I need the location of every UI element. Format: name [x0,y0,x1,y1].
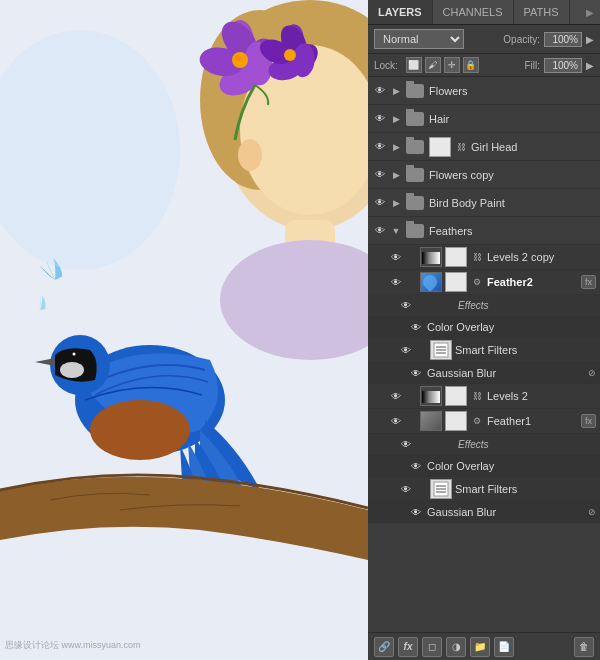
link-levels2-copy: ⛓ [470,250,484,264]
blend-mode-select[interactable]: Normal Multiply Screen Overlay [374,29,464,49]
layer-bird-body-paint[interactable]: 👁 ▶ Bird Body Paint [368,189,600,217]
lock-label: Lock: [374,60,398,71]
visibility-levels2-copy[interactable]: 👁 [388,249,404,265]
arrow-girl-head[interactable]: ▶ [391,142,401,152]
visibility-flowers[interactable]: 👁 [372,83,388,99]
artwork-svg [0,0,368,660]
opacity-input[interactable] [544,32,582,47]
visibility-smart-filters[interactable]: 👁 [398,342,414,358]
tab-paths[interactable]: PATHS [514,0,570,24]
layer-girl-head[interactable]: 👁 ▶ ⛓ Girl Head [368,133,600,161]
layer-feathers[interactable]: 👁 ▼ Feathers [368,217,600,245]
lock-all-icon[interactable]: 🔒 [463,57,479,73]
new-group-button[interactable]: 📁 [470,637,490,657]
image-area: 思缘设计论坛 www.missyuan.com [0,0,368,660]
tab-channels[interactable]: CHANNELS [433,0,514,24]
layer-effects-feather2[interactable]: 👁 Effects [368,295,600,317]
thumb-feather2-mask [445,272,467,292]
new-layer-button[interactable]: 📄 [494,637,514,657]
thumb-girl-head-folder [404,137,426,157]
layer-color-overlay2[interactable]: 👁 Color Overlay [368,456,600,477]
link-feather1: ⚙ [470,414,484,428]
blend-mode-row: Normal Multiply Screen Overlay Opacity: … [368,25,600,54]
lock-position-icon[interactable]: ✛ [444,57,460,73]
visibility-color-overlay[interactable]: 👁 [408,319,424,335]
name-flowers: Flowers [429,85,596,97]
lock-image-icon[interactable]: 🖌 [425,57,441,73]
layer-effects-feather1[interactable]: 👁 Effects [368,434,600,456]
link-girl-head: ⛓ [454,140,468,154]
arrow-flowers[interactable]: ▶ [391,86,401,96]
thumb-levels2 [420,386,442,406]
add-style-button[interactable]: fx [398,637,418,657]
new-adjustment-button[interactable]: ◑ [446,637,466,657]
opacity-label: Opacity: [503,34,540,45]
visibility-gaussian-blur2[interactable]: 👁 [408,504,424,520]
layer-flowers-copy[interactable]: 👁 ▶ Flowers copy [368,161,600,189]
visibility-bird-body-paint[interactable]: 👁 [372,195,388,211]
visibility-feather2[interactable]: 👁 [388,274,404,290]
visibility-flowers-copy[interactable]: 👁 [372,167,388,183]
panel-menu-arrow[interactable]: ▶ [580,3,600,22]
layer-color-overlay[interactable]: 👁 Color Overlay [368,317,600,338]
visibility-feathers[interactable]: 👁 [372,223,388,239]
link-layers-button[interactable]: 🔗 [374,637,394,657]
thumb-smart-filters [430,340,452,360]
visibility-effects-feather1[interactable]: 👁 [398,437,414,453]
visibility-feather1[interactable]: 👁 [388,413,404,429]
name-feather1: Feather1 [487,415,578,427]
fx-badge-feather1: fx [581,414,596,428]
layer-smart-filters2[interactable]: 👁 Smart Filters [368,477,600,502]
thumb-smart-filters2 [430,479,452,499]
lock-row: Lock: ⬜ 🖌 ✛ 🔒 Fill: ▶ [368,54,600,77]
watermark: 思缘设计论坛 www.missyuan.com [5,639,141,652]
visibility-levels2[interactable]: 👁 [388,388,404,404]
layer-hair[interactable]: 👁 ▶ Hair [368,105,600,133]
bottom-toolbar: 🔗 fx ◻ ◑ 📁 📄 🗑 [368,632,600,660]
svg-point-24 [90,400,190,460]
visibility-gaussian-blur[interactable]: 👁 [408,365,424,381]
svg-point-22 [284,49,296,61]
thumb-feather1 [420,411,442,431]
tab-layers[interactable]: LAYERS [368,0,433,24]
name-effects-feather1: Effects [430,439,596,450]
visibility-color-overlay2[interactable]: 👁 [408,458,424,474]
visibility-girl-head[interactable]: 👁 [372,139,388,155]
lock-transparent-icon[interactable]: ⬜ [406,57,422,73]
visibility-smart-filters2[interactable]: 👁 [398,481,414,497]
fill-label: Fill: [524,60,540,71]
name-gaussian-blur2: Gaussian Blur [427,506,585,518]
name-girl-head: Girl Head [471,141,596,153]
svg-point-15 [235,55,241,61]
delete-layer-button[interactable]: 🗑 [574,637,594,657]
fx-badge-feather2: fx [581,275,596,289]
arrow-flowers-copy[interactable]: ▶ [391,170,401,180]
name-bird-body-paint: Bird Body Paint [429,197,596,209]
arrow-bird-body-paint[interactable]: ▶ [391,198,401,208]
thumb-levels2-mask [445,386,467,406]
layer-levels2[interactable]: 👁 ⛓ Levels 2 [368,384,600,409]
layer-levels2-copy[interactable]: 👁 ⛓ Levels 2 copy [368,245,600,270]
arrow-feathers[interactable]: ▼ [391,226,401,236]
thumb-feather1-mask [445,411,467,431]
add-mask-button[interactable]: ◻ [422,637,442,657]
panels-area: LAYERS CHANNELS PATHS ▶ Normal Multiply … [368,0,600,660]
thumb-girl-head [429,137,451,157]
visibility-effects-feather2[interactable]: 👁 [398,298,414,314]
link-feather2: ⚙ [470,275,484,289]
fill-input[interactable] [544,58,582,73]
thumb-levels2-copy [420,247,442,267]
layer-gaussian-blur2[interactable]: 👁 Gaussian Blur ⊘ [368,502,600,523]
name-flowers-copy: Flowers copy [429,169,596,181]
layer-feather1[interactable]: 👁 ⚙ Feather1 fx [368,409,600,434]
name-feathers: Feathers [429,225,596,237]
thumb-flowers [404,81,426,101]
layer-smart-filters[interactable]: 👁 Smart Filters [368,338,600,363]
layer-gaussian-blur[interactable]: 👁 Gaussian Blur ⊘ [368,363,600,384]
layers-list[interactable]: 👁 ▶ Flowers 👁 ▶ Hair 👁 ▶ ⛓ Girl Head [368,77,600,632]
arrow-hair[interactable]: ▶ [391,114,401,124]
layer-feather2[interactable]: 👁 ⚙ Feather2 fx [368,270,600,295]
layer-flowers[interactable]: 👁 ▶ Flowers [368,77,600,105]
name-color-overlay: Color Overlay [427,321,596,333]
visibility-hair[interactable]: 👁 [372,111,388,127]
